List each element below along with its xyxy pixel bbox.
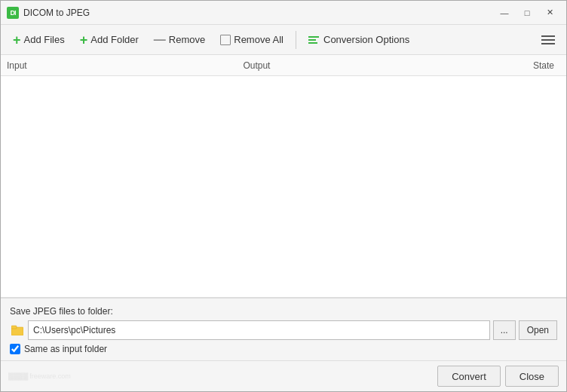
same-as-input-row: Same as input folder [10, 344, 557, 354]
title-bar: DI DICOM to JPEG — □ ✕ [1, 1, 566, 25]
remove-label: Remove [169, 34, 205, 45]
plus-folder-icon: + [80, 33, 88, 47]
folder-path-input[interactable] [28, 320, 490, 340]
menu-button[interactable] [536, 28, 560, 52]
app-icon: DI [7, 7, 19, 19]
conversion-options-button[interactable]: Conversion Options [302, 31, 415, 48]
remove-all-button[interactable]: Remove All [214, 31, 290, 48]
window-controls: — □ ✕ [494, 5, 560, 21]
watermark: ▓▓▓▓ freeware.com [8, 372, 433, 380]
convert-button[interactable]: Convert [437, 366, 501, 387]
open-folder-button[interactable]: Open [519, 320, 557, 340]
toolbar: + Add Files + Add Folder — Remove Remove… [1, 25, 566, 55]
hamburger-line-1 [541, 35, 555, 37]
toolbar-divider [296, 31, 296, 49]
file-table: Input Output State [1, 55, 566, 298]
col-state-header: State [474, 60, 566, 71]
svg-rect-1 [11, 326, 17, 329]
folder-row: ... Open [10, 320, 557, 340]
same-as-input-checkbox[interactable] [10, 344, 20, 354]
folder-icon [10, 324, 25, 336]
same-as-input-label[interactable]: Same as input folder [24, 344, 107, 354]
main-window: DI DICOM to JPEG — □ ✕ + Add Files + Add… [0, 0, 567, 392]
add-folder-button[interactable]: + Add Folder [74, 30, 145, 50]
table-header: Input Output State [1, 55, 566, 76]
remove-icon: — [154, 34, 166, 46]
add-files-button[interactable]: + Add Files [7, 30, 71, 50]
add-folder-label: Add Folder [90, 34, 139, 45]
col-input-header: Input [1, 60, 237, 71]
maximize-button[interactable]: □ [516, 5, 538, 21]
close-window-button[interactable]: ✕ [539, 5, 560, 21]
close-button[interactable]: Close [505, 366, 559, 387]
col-output-header: Output [237, 60, 473, 71]
remove-all-icon [220, 35, 231, 45]
conversion-options-label: Conversion Options [323, 34, 409, 45]
browse-button[interactable]: ... [493, 320, 516, 340]
minimize-button[interactable]: — [494, 5, 515, 21]
table-body [1, 76, 566, 297]
remove-all-label: Remove All [234, 34, 284, 45]
output-folder-section: Save JPEG files to folder: ... Open Same… [1, 298, 566, 360]
remove-button[interactable]: — Remove [148, 31, 211, 49]
action-bar: ▓▓▓▓ freeware.com Convert Close [1, 360, 566, 391]
add-files-label: Add Files [24, 34, 65, 45]
hamburger-line-2 [541, 39, 555, 41]
hamburger-line-3 [541, 43, 555, 44]
window-title: DICOM to JPEG [23, 8, 494, 18]
folder-label: Save JPEG files to folder: [10, 306, 557, 317]
conversion-options-icon [308, 36, 319, 44]
plus-icon: + [13, 33, 21, 47]
